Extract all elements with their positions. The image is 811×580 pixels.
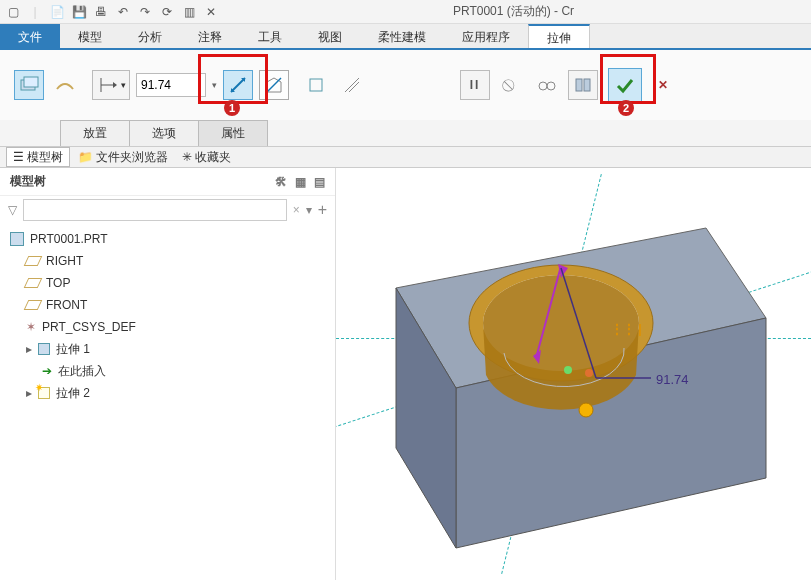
nav-favorites[interactable]: ✳ 收藏夹 (176, 147, 237, 167)
nav-folder-label: 文件夹浏览器 (96, 149, 168, 166)
attach-button[interactable] (568, 70, 598, 100)
nav-modeltree-label: 模型树 (27, 149, 63, 166)
viewport-3d[interactable]: ⋮⋮ | 91.74 (335, 168, 811, 580)
dimension-label[interactable]: 91.74 (656, 372, 689, 387)
tab-extrude[interactable]: 拉伸 (528, 24, 590, 48)
plane-label: TOP (46, 276, 70, 290)
tab-file[interactable]: 文件 (0, 24, 60, 48)
flip2-icon (341, 74, 363, 96)
remove-material-button[interactable] (259, 70, 289, 100)
plane-icon (24, 256, 43, 266)
windows-icon[interactable]: ▥ (180, 3, 198, 21)
tab-model[interactable]: 模型 (60, 24, 120, 48)
no-preview-button[interactable]: ⃠ (496, 70, 526, 100)
tree-tools: 🛠 ▦ ▤ (275, 175, 325, 189)
close-icon[interactable]: ✕ (202, 3, 220, 21)
window-title: PRT0001 (活动的) - Cr (220, 3, 807, 20)
tree-icon: ☰ (13, 150, 24, 164)
depth-type-button[interactable]: ▾ (92, 70, 130, 100)
cancel-button[interactable]: ✕ (648, 70, 678, 100)
svg-point-14 (547, 82, 555, 90)
ok-button[interactable] (608, 68, 642, 102)
group-thicken (301, 70, 367, 100)
surface-button[interactable] (50, 70, 80, 100)
tab-analysis[interactable]: 分析 (120, 24, 180, 48)
regen-icon[interactable]: ⟳ (158, 3, 176, 21)
tree-header-label: 模型树 (10, 173, 46, 190)
tree-search-row: ▽ × ▾ + (0, 196, 335, 224)
tree-csys[interactable]: ✶ PRT_CSYS_DEF (4, 316, 331, 338)
verify-button[interactable] (532, 70, 562, 100)
svg-point-30 (564, 366, 572, 374)
flip-thicken-button[interactable] (337, 70, 367, 100)
show-icon[interactable]: ▤ (314, 175, 325, 189)
solid-button[interactable] (14, 70, 44, 100)
attach-icon (572, 74, 594, 96)
svg-line-9 (267, 78, 281, 92)
tab-tools[interactable]: 工具 (240, 24, 300, 48)
tree-extrude-2[interactable]: ▸ ✷ 拉伸 2 (4, 382, 331, 404)
tree-root-label: PRT0001.PRT (30, 232, 108, 246)
extrude-icon (38, 343, 50, 355)
svg-rect-1 (24, 77, 38, 87)
plane-icon (24, 300, 43, 310)
chevron-down-icon: ▾ (121, 80, 126, 90)
dropdown-icon[interactable]: ▾ (306, 203, 312, 217)
undo-icon[interactable]: ↶ (114, 3, 132, 21)
flip-direction-button[interactable] (223, 70, 253, 100)
tool-icon[interactable]: 🛠 (275, 175, 287, 189)
nav-modeltree[interactable]: ☰ 模型树 (6, 147, 70, 167)
tree-search-input[interactable] (23, 199, 287, 221)
remove-material-icon (263, 74, 285, 96)
group-type (14, 70, 80, 100)
tree-extrude-1[interactable]: ▸ 拉伸 1 (4, 338, 331, 360)
nav-folder[interactable]: 📁 文件夹浏览器 (72, 147, 174, 167)
star-icon: ✳ (182, 150, 192, 164)
chevron-down-icon[interactable]: ▾ (212, 80, 217, 90)
tab-apps[interactable]: 应用程序 (444, 24, 528, 48)
tab-view[interactable]: 视图 (300, 24, 360, 48)
redo-icon[interactable]: ↷ (136, 3, 154, 21)
solid-icon (18, 74, 40, 96)
subtab-placement[interactable]: 放置 (60, 120, 130, 146)
tree-root[interactable]: PRT0001.PRT (4, 228, 331, 250)
depth-input[interactable] (136, 73, 206, 97)
annotation-badge-2: 2 (618, 100, 634, 116)
ribbon-tabs: 文件 模型 分析 注释 工具 视图 柔性建模 应用程序 拉伸 (0, 24, 811, 50)
expand-icon[interactable]: ▸ (26, 342, 32, 356)
print-icon[interactable]: 🖶 (92, 3, 110, 21)
subtab-options[interactable]: 选项 (129, 120, 199, 146)
pause-button[interactable]: II (460, 70, 490, 100)
model-geometry: ⋮⋮ | (336, 168, 811, 580)
feature-subtabs: 放置 选项 属性 (0, 120, 811, 146)
clear-icon[interactable]: × (293, 203, 300, 217)
csys-label: PRT_CSYS_DEF (42, 320, 136, 334)
check-icon (614, 74, 636, 96)
tree-plane-right[interactable]: RIGHT (4, 250, 331, 272)
tree-header: 模型树 🛠 ▦ ▤ (0, 168, 335, 196)
tab-annotate[interactable]: 注释 (180, 24, 240, 48)
nav-fav-label: 收藏夹 (195, 149, 231, 166)
add-icon[interactable]: + (318, 201, 327, 219)
expand-icon[interactable]: ▸ (26, 386, 32, 400)
subtab-properties[interactable]: 属性 (198, 120, 268, 146)
save-icon[interactable]: 💾 (70, 3, 88, 21)
tab-flex[interactable]: 柔性建模 (360, 24, 444, 48)
csys-icon: ✶ (26, 320, 36, 334)
svg-point-31 (585, 369, 593, 377)
plane-icon (24, 278, 43, 288)
main-area: 模型树 🛠 ▦ ▤ ▽ × ▾ + PRT0001.PRT RIGHT TOP … (0, 168, 811, 580)
tree-insert-here[interactable]: ➔ 在此插入 (4, 360, 331, 382)
depth-blind-icon (97, 74, 119, 96)
open-icon[interactable]: 📄 (48, 3, 66, 21)
settings-icon[interactable]: ▦ (295, 175, 306, 189)
sep-icon: | (26, 3, 44, 21)
plane-label: RIGHT (46, 254, 83, 268)
new-icon[interactable]: ▢ (4, 3, 22, 21)
tree-plane-top[interactable]: TOP (4, 272, 331, 294)
folder-icon: 📁 (78, 150, 93, 164)
svg-line-11 (345, 78, 359, 92)
thicken-button[interactable] (301, 70, 331, 100)
tree-plane-front[interactable]: FRONT (4, 294, 331, 316)
filter-icon[interactable]: ▽ (8, 203, 17, 217)
